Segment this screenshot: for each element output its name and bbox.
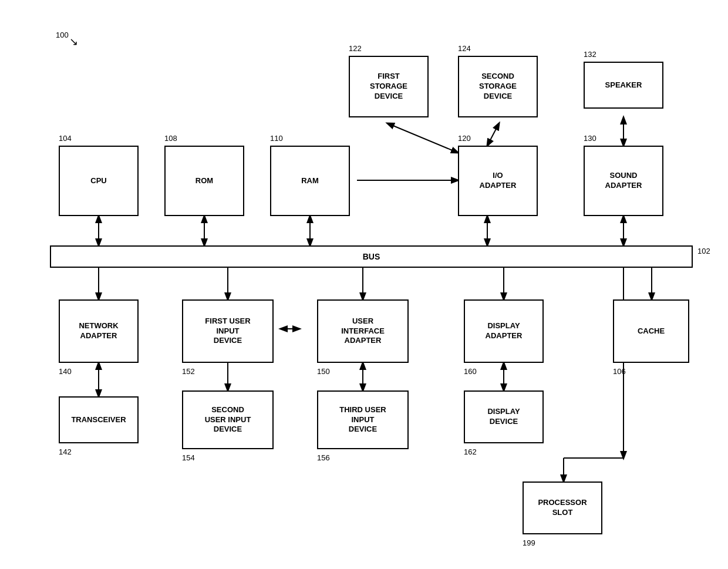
third-user-input-box: THIRD USERINPUTDEVICE xyxy=(317,390,409,449)
svg-line-5 xyxy=(387,123,458,153)
cpu-ref: 104 xyxy=(59,134,72,143)
io-adapter-label: I/OADAPTER xyxy=(480,171,517,191)
second-user-input-ref: 154 xyxy=(182,453,195,462)
title-arrow: ↘ xyxy=(69,35,78,48)
transceiver-ref: 142 xyxy=(59,447,72,456)
display-adapter-ref: 160 xyxy=(464,367,477,376)
third-user-input-ref: 156 xyxy=(317,453,330,462)
second-storage-label: SECONDSTORAGEDEVICE xyxy=(479,72,517,102)
display-adapter-label: DISPLAYADAPTER xyxy=(486,321,523,341)
transceiver-label: TRANSCEIVER xyxy=(71,415,126,425)
sound-adapter-ref: 130 xyxy=(584,134,596,143)
cache-box: CACHE xyxy=(613,299,689,363)
transceiver-box: TRANSCEIVER xyxy=(59,396,139,443)
display-device-label: DISPLAYDEVICE xyxy=(487,407,520,427)
rom-box: ROM xyxy=(164,146,244,216)
ram-box: RAM xyxy=(270,146,350,216)
ram-label: RAM xyxy=(301,176,319,186)
svg-line-6 xyxy=(487,123,499,146)
network-adapter-label: NETWORKADAPTER xyxy=(79,321,118,341)
display-device-box: DISPLAYDEVICE xyxy=(464,390,544,443)
user-interface-adapter-ref: 150 xyxy=(317,367,330,376)
cache-label: CACHE xyxy=(638,326,665,336)
diagram: 100 ↘ xyxy=(0,0,728,569)
processor-slot-label: PROCESSORSLOT xyxy=(538,498,587,518)
processor-slot-box: PROCESSORSLOT xyxy=(523,482,602,534)
cpu-box: CPU xyxy=(59,146,139,216)
second-user-input-box: SECONDUSER INPUTDEVICE xyxy=(182,390,274,449)
cache-ref: 106 xyxy=(613,367,626,376)
io-adapter-box: I/OADAPTER xyxy=(458,146,538,216)
rom-label: ROM xyxy=(196,176,213,186)
bus-bar: BUS xyxy=(50,245,693,268)
first-user-input-ref: 152 xyxy=(182,367,195,376)
sound-adapter-box: SOUNDADAPTER xyxy=(584,146,663,216)
diagram-ref: 100 xyxy=(56,31,69,39)
display-adapter-box: DISPLAYADAPTER xyxy=(464,299,544,363)
display-device-ref: 162 xyxy=(464,447,477,456)
user-interface-adapter-label: USERINTERFACEADAPTER xyxy=(341,317,385,346)
third-user-input-label: THIRD USERINPUTDEVICE xyxy=(339,405,386,435)
first-user-input-label: FIRST USERINPUTDEVICE xyxy=(205,317,250,346)
second-user-input-label: SECONDUSER INPUTDEVICE xyxy=(205,405,251,435)
cpu-label: CPU xyxy=(90,176,106,186)
speaker-ref: 132 xyxy=(584,50,596,59)
speaker-box: SPEAKER xyxy=(584,62,663,109)
ram-ref: 110 xyxy=(270,134,283,143)
network-adapter-ref: 140 xyxy=(59,367,72,376)
bus-label: BUS xyxy=(363,252,380,261)
network-adapter-box: NETWORKADAPTER xyxy=(59,299,139,363)
bus-ref: 102 xyxy=(697,247,710,255)
first-storage-ref: 122 xyxy=(349,44,362,53)
second-storage-ref: 124 xyxy=(458,44,471,53)
first-storage-box: FIRSTSTORAGEDEVICE xyxy=(349,56,429,117)
io-adapter-ref: 120 xyxy=(458,134,471,143)
rom-ref: 108 xyxy=(164,134,177,143)
processor-slot-ref: 199 xyxy=(523,538,535,547)
first-storage-label: FIRSTSTORAGEDEVICE xyxy=(370,72,407,102)
speaker-label: SPEAKER xyxy=(605,80,642,90)
sound-adapter-label: SOUNDADAPTER xyxy=(605,171,642,191)
first-user-input-box: FIRST USERINPUTDEVICE xyxy=(182,299,274,363)
second-storage-box: SECONDSTORAGEDEVICE xyxy=(458,56,538,117)
user-interface-adapter-box: USERINTERFACEADAPTER xyxy=(317,299,409,363)
